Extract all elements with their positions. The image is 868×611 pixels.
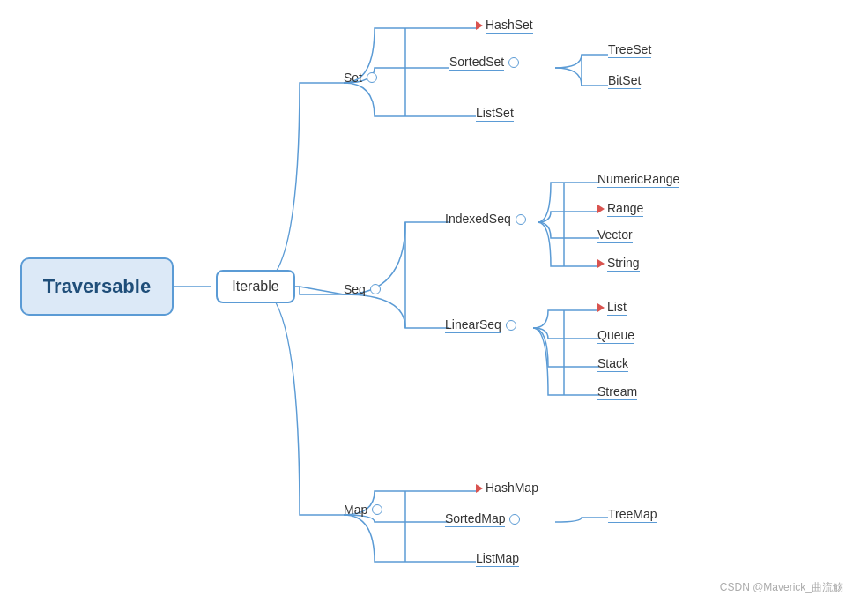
stream-label: Stream — [597, 384, 637, 400]
bitset-label: BitSet — [608, 73, 641, 89]
indexedseq-node: IndexedSeq — [445, 212, 526, 227]
hashmap-label: HashMap — [486, 481, 538, 496]
watermark: CSDN @Maverick_曲流觞 — [720, 580, 843, 595]
set-node: Set — [344, 71, 377, 85]
sortedmap-collapse[interactable] — [509, 514, 520, 525]
set-label: Set — [344, 71, 362, 85]
iterable-label: Iterable — [232, 279, 278, 294]
string-flag-icon — [597, 259, 605, 268]
traversable-label: Traversable — [43, 275, 151, 297]
linearseq-label: LinearSeq — [445, 317, 501, 333]
svg-line-1 — [300, 287, 344, 294]
range-node: Range — [597, 201, 643, 217]
queue-label: Queue — [597, 328, 634, 344]
diagram-container: Traversable Iterable Set Seq Map HashSet… — [0, 0, 868, 611]
iterable-box: Iterable — [216, 270, 294, 303]
vector-node: Vector — [597, 227, 633, 243]
traversable-node: Traversable — [26, 256, 167, 317]
numericrange-node: NumericRange — [597, 172, 679, 188]
numericrange-label: NumericRange — [597, 172, 679, 188]
hashset-node: HashSet — [476, 18, 533, 34]
string-label: String — [607, 256, 640, 272]
list-label: List — [607, 300, 627, 316]
treeset-node: TreeSet — [608, 42, 651, 58]
sortedmap-node: SortedMap — [445, 511, 520, 527]
hashmap-node: HashMap — [476, 481, 538, 496]
listset-node: ListSet — [476, 106, 514, 122]
map-label: Map — [344, 503, 367, 517]
queue-node: Queue — [597, 328, 634, 344]
linearseq-node: LinearSeq — [445, 317, 516, 333]
iterable-node: Iterable — [211, 269, 300, 304]
sortedset-node: SortedSet — [449, 55, 519, 71]
seq-node: Seq — [344, 282, 381, 296]
linearseq-collapse[interactable] — [506, 320, 516, 331]
range-label: Range — [607, 201, 643, 217]
hashset-flag-icon — [476, 21, 483, 30]
sortedset-label: SortedSet — [449, 55, 504, 71]
indexedseq-collapse[interactable] — [516, 214, 526, 225]
listmap-node: ListMap — [476, 551, 519, 567]
list-flag-icon — [597, 303, 605, 312]
hashmap-flag-icon — [476, 484, 483, 493]
hashset-label: HashSet — [486, 18, 533, 34]
treemap-node: TreeMap — [608, 507, 657, 523]
stack-label: Stack — [597, 356, 628, 372]
map-node: Map — [344, 503, 382, 517]
seq-collapse[interactable] — [370, 284, 381, 294]
sortedset-collapse[interactable] — [508, 57, 519, 68]
seq-label: Seq — [344, 282, 366, 296]
listmap-label: ListMap — [476, 551, 519, 567]
listset-label: ListSet — [476, 106, 514, 122]
set-collapse[interactable] — [367, 72, 377, 83]
bitset-node: BitSet — [608, 73, 641, 89]
list-node: List — [597, 300, 627, 316]
sortedmap-label: SortedMap — [445, 511, 505, 527]
stream-node: Stream — [597, 384, 637, 400]
treemap-label: TreeMap — [608, 507, 657, 523]
vector-label: Vector — [597, 227, 633, 243]
indexedseq-label: IndexedSeq — [445, 212, 511, 227]
map-collapse[interactable] — [372, 504, 382, 515]
string-node: String — [597, 256, 640, 272]
stack-node: Stack — [597, 356, 628, 372]
traversable-box: Traversable — [20, 257, 174, 316]
treeset-label: TreeSet — [608, 42, 651, 58]
range-flag-icon — [597, 205, 605, 213]
